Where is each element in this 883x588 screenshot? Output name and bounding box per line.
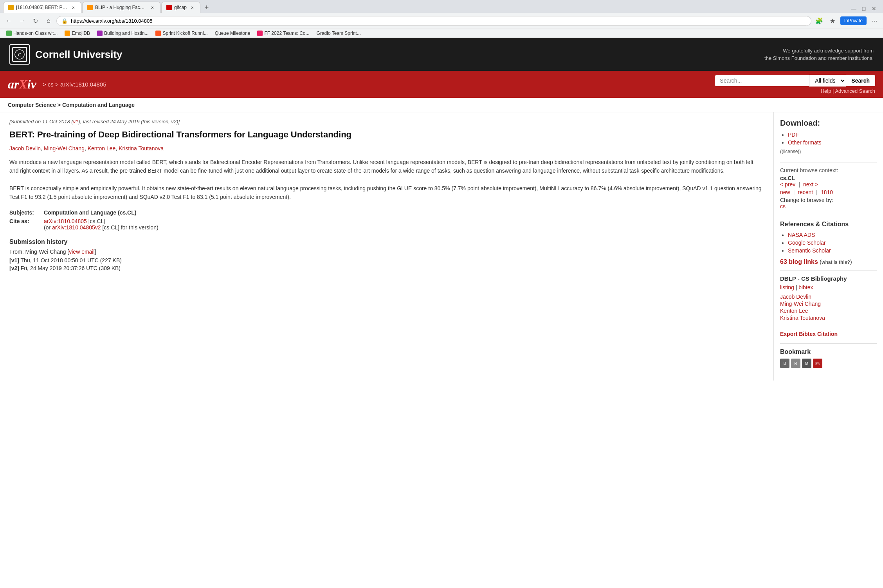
- nasa-ads-link[interactable]: NASA ADS: [788, 232, 815, 238]
- cite-label: Cite as:: [9, 218, 41, 231]
- pdf-link[interactable]: PDF: [788, 132, 799, 138]
- refs-title: References & Citations: [780, 221, 877, 228]
- settings-button[interactable]: ⋯: [869, 15, 880, 26]
- browse-context-value: cs.CL: [780, 175, 877, 181]
- author-toutanova[interactable]: Kristina Toutanova: [119, 145, 164, 152]
- bookmark-icon-2[interactable]: R: [791, 359, 800, 368]
- view-email-link[interactable]: view email: [69, 249, 94, 255]
- change-browse-label: Change to browse by: cs: [780, 197, 877, 209]
- bookmark-label-1: Hands-on Class wit...: [13, 31, 58, 36]
- close-window-button[interactable]: ✕: [870, 4, 878, 13]
- dblp-listing-link[interactable]: listing: [780, 284, 794, 290]
- arxiv-search-button[interactable]: Search: [846, 75, 875, 86]
- dblp-links: listing | bibtex: [780, 284, 877, 290]
- arxiv-help-link[interactable]: Help: [821, 88, 831, 94]
- bookmark-hands-on[interactable]: Hands-on Class wit...: [3, 30, 61, 37]
- bookmark-icon-4[interactable]: SW: [813, 359, 822, 368]
- browse-sep2: |: [793, 189, 795, 195]
- cite-link[interactable]: arXiv:1810.04805: [44, 218, 87, 224]
- back-button[interactable]: ←: [3, 15, 14, 26]
- bookmark-icon-1[interactable]: B: [780, 359, 789, 368]
- arxiv-search-input[interactable]: [715, 75, 809, 86]
- bookmark-label-4: Sprint Kickoff Runni...: [162, 31, 207, 36]
- arxiv-advanced-search-link[interactable]: Advanced Search: [835, 88, 875, 94]
- subjects-row: Subjects: Computation and Language (cs.C…: [9, 209, 764, 216]
- bookmark-section: Bookmark B R M SW: [780, 343, 877, 368]
- tab-title-blip: BLIP - a Hugging Face Space by: [95, 5, 147, 10]
- author-chang[interactable]: Ming-Wei Chang: [44, 145, 85, 152]
- tab-close-gifcap[interactable]: ✕: [189, 4, 195, 11]
- dblp-title: DBLP - CS Bibliography: [780, 275, 877, 282]
- maximize-button[interactable]: □: [860, 4, 868, 13]
- v2-tag: [v2]: [9, 265, 19, 271]
- address-bar[interactable]: 🔒 https://dev.arxiv.org/abs/1810.04805: [56, 16, 811, 26]
- bookmark-favicon-4: [155, 31, 161, 36]
- export-bibtex-button[interactable]: Export Bibtex Citation: [780, 331, 877, 337]
- semantic-scholar-link[interactable]: Semantic Scholar: [788, 247, 831, 254]
- bookmark-emojidb[interactable]: EmojiDB: [61, 30, 93, 37]
- tab-gifcap[interactable]: gifcap ✕: [161, 2, 200, 13]
- bookmark-icon-3[interactable]: M: [802, 359, 811, 368]
- tab-arxiv[interactable]: [1810.04805] BERT: Pre-training... ✕: [3, 2, 81, 13]
- breadcrumb-section[interactable]: Computation and Language: [62, 102, 135, 108]
- refs-list: NASA ADS Google Scholar Semantic Scholar: [780, 232, 877, 254]
- browse-cs-link[interactable]: cs: [780, 203, 786, 209]
- new-link[interactable]: new: [780, 189, 790, 195]
- bookmark-label-6: FF 2022 Teams: Co...: [264, 31, 309, 36]
- arxiv-search-links: Help | Advanced Search: [821, 88, 875, 94]
- author-lee[interactable]: Kenton Lee: [88, 145, 116, 152]
- home-button[interactable]: ⌂: [43, 15, 54, 26]
- other-formats-link[interactable]: Other formats: [788, 139, 822, 146]
- bookmark-building[interactable]: Building and Hostin...: [94, 30, 151, 37]
- bookmark-icons: B R M SW: [780, 359, 877, 368]
- address-input[interactable]: https://dev.arxiv.org/abs/1810.04805: [71, 18, 806, 24]
- blog-links-section: 63 blog links (what is this?): [780, 258, 877, 265]
- other-formats-item: Other formats: [788, 139, 877, 146]
- new-tab-button[interactable]: +: [201, 2, 212, 13]
- browse-links: < prev | next >: [780, 181, 877, 188]
- dblp-author-chang[interactable]: Ming-Wei Chang: [780, 301, 877, 307]
- tab-close-arxiv[interactable]: ✕: [70, 4, 76, 11]
- browse-id-link[interactable]: 1810: [821, 189, 833, 195]
- subjects-value: Computation and Language (cs.CL): [44, 209, 764, 216]
- cite-v2-link[interactable]: arXiv:1810.04805v2: [52, 224, 101, 231]
- breadcrumb-cs[interactable]: Computer Science: [8, 102, 56, 108]
- dblp-author-toutanova[interactable]: Kristina Toutanova: [780, 315, 877, 321]
- bookmark-gradio[interactable]: Gradio Team Sprint...: [314, 30, 364, 37]
- cornell-support-text: We gratefully acknowledge support fromth…: [764, 47, 874, 62]
- prev-link[interactable]: < prev: [780, 181, 795, 188]
- author-devlin[interactable]: Jacob Devlin: [9, 145, 41, 152]
- minimize-button[interactable]: —: [849, 4, 858, 13]
- dblp-author-lee[interactable]: Kenton Lee: [780, 308, 877, 314]
- arxiv-navbar: arXiv > cs > arXiv:1810.04805 All fields…: [0, 71, 883, 98]
- recent-link[interactable]: recent: [798, 189, 813, 195]
- extensions-button[interactable]: 🧩: [814, 15, 825, 26]
- tab-close-blip[interactable]: ✕: [149, 4, 155, 11]
- dblp-author-devlin[interactable]: Jacob Devlin: [780, 294, 877, 300]
- next-link[interactable]: next >: [803, 181, 818, 188]
- bookmark-ff2022[interactable]: FF 2022 Teams: Co...: [254, 30, 312, 37]
- favorites-button[interactable]: ★: [827, 15, 838, 26]
- google-scholar-link[interactable]: Google Scholar: [788, 240, 826, 246]
- submission-info: [Submitted on 11 Oct 2018 (v1), last rev…: [9, 119, 764, 124]
- license-anchor[interactable]: (license): [782, 149, 799, 154]
- tab-favicon-blip: [87, 5, 93, 10]
- forward-button[interactable]: →: [16, 15, 27, 26]
- arxiv-path: > cs > arXiv:1810.04805: [43, 81, 106, 88]
- bookmark-favicon-6: [257, 31, 263, 36]
- blog-links-count[interactable]: 63 blog links: [780, 258, 818, 265]
- page-wrapper: C Cornell University We gratefully ackno…: [0, 38, 883, 381]
- tab-blip[interactable]: BLIP - a Hugging Face Space by ✕: [82, 2, 160, 13]
- bookmark-queue[interactable]: Queue Milestone: [212, 30, 254, 37]
- bookmark-sprint[interactable]: Sprint Kickoff Runni...: [152, 30, 211, 37]
- arxiv-fields-select[interactable]: All fields: [809, 75, 846, 87]
- what-is-this-link[interactable]: what is this?: [822, 260, 850, 265]
- pdf-item: PDF: [788, 132, 877, 138]
- dblp-bibtex-link[interactable]: bibtex: [798, 284, 813, 290]
- subjects-label: Subjects:: [9, 209, 41, 216]
- refresh-button[interactable]: ↻: [30, 15, 41, 26]
- browser-chrome: [1810.04805] BERT: Pre-training... ✕ BLI…: [0, 0, 883, 38]
- semantic-scholar-item: Semantic Scholar: [788, 247, 877, 254]
- inprivate-button[interactable]: InPrivate: [840, 16, 867, 25]
- v1-link[interactable]: v1: [73, 119, 79, 124]
